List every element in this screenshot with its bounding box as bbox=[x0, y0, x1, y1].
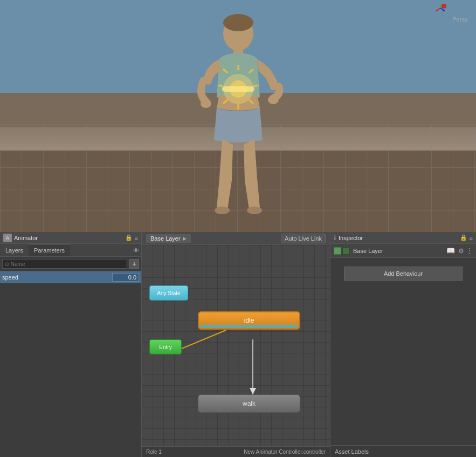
animator-lock-icon[interactable]: 🔒 bbox=[125, 234, 133, 241]
animator-menu-icon[interactable]: ≡ bbox=[135, 235, 138, 241]
character-svg bbox=[184, 11, 292, 221]
svg-point-8 bbox=[223, 14, 253, 31]
idle-label: idle bbox=[244, 317, 254, 324]
svg-point-4 bbox=[436, 9, 438, 11]
any-state-label: Any State bbox=[157, 290, 180, 296]
idle-progress-bar bbox=[200, 325, 298, 328]
base-layer-arrow: ▶ bbox=[183, 236, 187, 241]
animator-icon: A bbox=[3, 234, 12, 242]
add-param-button[interactable]: + bbox=[129, 259, 139, 269]
node-entry[interactable]: Entry bbox=[149, 339, 182, 354]
book-icon[interactable]: 📖 bbox=[446, 247, 455, 255]
asset-labels-bar: Asset Labels bbox=[330, 445, 476, 457]
character-figure bbox=[184, 11, 292, 221]
asset-labels-text: Asset Labels bbox=[335, 448, 369, 455]
auto-live-link-button[interactable]: Auto Live Link bbox=[281, 234, 326, 243]
inspector-panel: ℹ Inspector 🔒 ≡ Base Layer 📖 ⚙ ⋮ Add Beh… bbox=[330, 232, 476, 457]
inspector-settings-icons: ⚙ ⋮ bbox=[458, 247, 473, 255]
eye-icon[interactable]: 👁 bbox=[133, 247, 139, 254]
svg-point-6 bbox=[439, 4, 441, 6]
more-settings-icon[interactable]: ⋮ bbox=[466, 247, 473, 255]
speed-label: speed bbox=[2, 274, 112, 281]
inspector-layer-icons bbox=[334, 247, 350, 255]
inspector-info-icon: ℹ bbox=[334, 234, 336, 242]
svg-marker-27 bbox=[250, 388, 256, 394]
inspector-header: ℹ Inspector 🔒 ≡ bbox=[330, 232, 476, 244]
base-layer-label: Base Layer bbox=[150, 235, 181, 242]
inspector-layer-name: Base Layer bbox=[353, 248, 443, 254]
svg-point-13 bbox=[247, 207, 262, 214]
speed-value-input[interactable] bbox=[112, 273, 139, 282]
footer-controller: New Animator Controller.controller bbox=[244, 449, 326, 455]
inspector-sub-header: Base Layer 📖 ⚙ ⋮ bbox=[330, 244, 476, 258]
animator-tabs: Layers Parameters 👁 bbox=[0, 244, 141, 257]
svg-point-12 bbox=[215, 207, 230, 214]
svg-point-5 bbox=[443, 9, 445, 11]
svg-line-21 bbox=[218, 85, 223, 86]
add-behaviour-button[interactable]: Add Behaviour bbox=[344, 267, 463, 281]
persp-label: Persp bbox=[452, 16, 468, 23]
inspector-menu-icon[interactable]: ≡ bbox=[470, 235, 473, 241]
animator-title: Animator bbox=[14, 235, 38, 241]
svg-point-11 bbox=[268, 96, 279, 104]
node-graph-panel: Base Layer ▶ Auto Live Link Any State En bbox=[142, 232, 330, 457]
tab-layers[interactable]: Layers bbox=[0, 244, 29, 256]
inspector-lock-icon[interactable]: 🔒 bbox=[460, 234, 467, 241]
params-search-row: + bbox=[0, 257, 141, 271]
node-footer: Role 1 New Animator Controller.controlle… bbox=[142, 446, 330, 457]
speed-param-row: speed bbox=[0, 271, 141, 283]
node-idle[interactable]: idle bbox=[198, 311, 300, 330]
node-graph-header: Base Layer ▶ Auto Live Link bbox=[142, 232, 330, 245]
walk-label: walk bbox=[243, 400, 256, 407]
tab-parameters[interactable]: Parameters bbox=[29, 244, 70, 256]
animator-panel: A Animator 🔒 ≡ Layers Parameters 👁 + spe… bbox=[0, 232, 142, 457]
node-canvas[interactable]: Any State Entry idle walk bbox=[142, 245, 330, 446]
inspector-header-icons: 🔒 ≡ bbox=[460, 234, 473, 241]
node-walk[interactable]: walk bbox=[198, 394, 300, 413]
svg-point-0 bbox=[441, 4, 446, 8]
settings-icon[interactable]: ⚙ bbox=[458, 247, 464, 255]
footer-role: Role 1 bbox=[146, 449, 162, 455]
gizmo[interactable] bbox=[427, 3, 449, 19]
inspector-title: Inspector bbox=[339, 235, 363, 241]
node-any-state[interactable]: Any State bbox=[149, 285, 188, 301]
layer-dark-square bbox=[342, 247, 350, 255]
svg-line-25 bbox=[182, 330, 226, 349]
layer-green-square bbox=[334, 247, 341, 255]
base-layer-tab[interactable]: Base Layer ▶ bbox=[146, 234, 191, 243]
gizmo-icon bbox=[427, 2, 449, 21]
viewport: Persp bbox=[0, 0, 476, 232]
svg-line-17 bbox=[253, 85, 259, 86]
search-input[interactable] bbox=[2, 259, 127, 269]
svg-rect-24 bbox=[222, 86, 254, 92]
svg-point-10 bbox=[201, 99, 211, 108]
entry-label: Entry bbox=[159, 344, 171, 350]
bottom-panels: A Animator 🔒 ≡ Layers Parameters 👁 + spe… bbox=[0, 232, 476, 457]
animator-header: A Animator 🔒 ≡ bbox=[0, 232, 141, 244]
